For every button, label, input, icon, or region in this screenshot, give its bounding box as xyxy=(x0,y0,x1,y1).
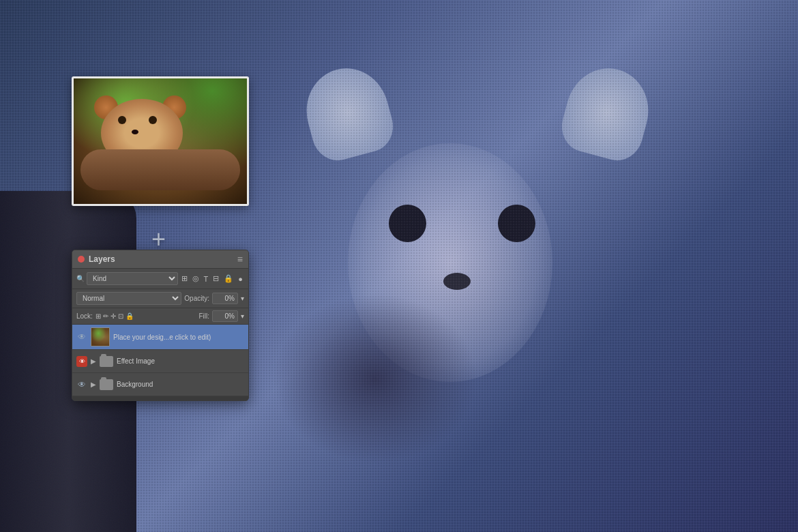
filter-icons: ⊞ ◎ T ⊟ 🔒 ● xyxy=(180,274,244,284)
eye-red-effect[interactable]: 👁 xyxy=(76,356,87,367)
fill-value[interactable]: 0% xyxy=(212,310,238,322)
eye-icon-effect: 👁 xyxy=(79,358,85,365)
type-filter-icon[interactable]: T xyxy=(203,274,210,284)
shape-filter-icon[interactable]: ⊟ xyxy=(211,274,220,284)
lock-icons: ⊞ ✏ ✛ ⊡ 🔒 xyxy=(95,312,134,320)
thumbnail-content xyxy=(74,78,247,204)
fill-chevron-icon[interactable]: ▾ xyxy=(241,312,244,320)
filter-dropdown[interactable]: Kind xyxy=(87,272,178,285)
thumb-log xyxy=(80,149,240,190)
eye-icon-background: 👁 xyxy=(78,380,86,389)
thumb-eye-right xyxy=(149,116,157,124)
opacity-value[interactable]: 0% xyxy=(212,293,238,304)
lock-row: Lock: ⊞ ✏ ✛ ⊡ 🔒 Fill: 0% ▾ xyxy=(72,308,248,325)
layer-thumbnail-design xyxy=(91,327,110,346)
fill-label: Fill: xyxy=(198,312,209,320)
lock-move-icon[interactable]: ✛ xyxy=(110,312,116,320)
expand-icon-background[interactable]: ▶ xyxy=(91,381,96,388)
eye-visible-design[interactable]: 👁 xyxy=(76,333,87,341)
layer-name-effect: Effect Image xyxy=(117,357,244,365)
lock-pixels-icon[interactable]: ⊞ xyxy=(95,312,101,320)
lock-draw-icon[interactable]: ✏ xyxy=(103,312,108,320)
folder-icon-background xyxy=(100,379,113,390)
filter-row: 🔍 Kind ⊞ ◎ T ⊟ 🔒 ● xyxy=(72,269,248,289)
lock-label: Lock: xyxy=(76,312,93,320)
adjustment-filter-icon[interactable]: ◎ xyxy=(191,274,201,284)
layer-name-background: Background xyxy=(117,381,244,388)
thumb-mini-panda xyxy=(91,328,109,346)
search-icon: 🔍 xyxy=(76,275,85,282)
opacity-label: Opacity: xyxy=(184,295,209,302)
layer-row-effect[interactable]: 👁 ▶ Effect Image xyxy=(72,350,248,373)
layers-panel: Layers ≡ 🔍 Kind ⊞ ◎ T ⊟ 🔒 ● Normal Opaci… xyxy=(72,250,249,401)
lock-artboard-icon[interactable]: ⊡ xyxy=(118,312,123,320)
thumb-nose xyxy=(132,130,138,134)
panel-close-button[interactable] xyxy=(78,256,85,263)
pixel-filter-icon[interactable]: ⊞ xyxy=(180,274,189,284)
dot-filter-icon[interactable]: ● xyxy=(237,274,244,284)
blend-mode-dropdown[interactable]: Normal xyxy=(76,292,181,305)
photo-thumbnail xyxy=(72,76,249,206)
panel-menu-button[interactable]: ≡ xyxy=(237,254,243,265)
blend-row: Normal Opacity: 0% ▾ xyxy=(72,289,248,308)
folder-icon-effect xyxy=(100,356,113,367)
lock-all-icon[interactable]: 🔒 xyxy=(125,312,134,320)
eye-icon-design: 👁 xyxy=(78,332,86,342)
layer-row-design[interactable]: 👁 Place your desig...e click to edit) xyxy=(72,325,248,350)
panel-title: Layers xyxy=(89,254,237,264)
thumb-eye-left xyxy=(118,116,126,124)
panel-scrollbar xyxy=(72,396,248,400)
eye-visible-background[interactable]: 👁 xyxy=(76,381,87,389)
expand-icon-effect[interactable]: ▶ xyxy=(91,357,96,365)
panel-titlebar: Layers ≡ xyxy=(72,250,248,269)
layer-name-design: Place your desig...e click to edit) xyxy=(113,334,244,341)
opacity-chevron-icon[interactable]: ▾ xyxy=(241,295,244,302)
lock-filter-icon[interactable]: 🔒 xyxy=(222,274,235,284)
layer-row-background[interactable]: 👁 ▶ Background xyxy=(72,373,248,396)
